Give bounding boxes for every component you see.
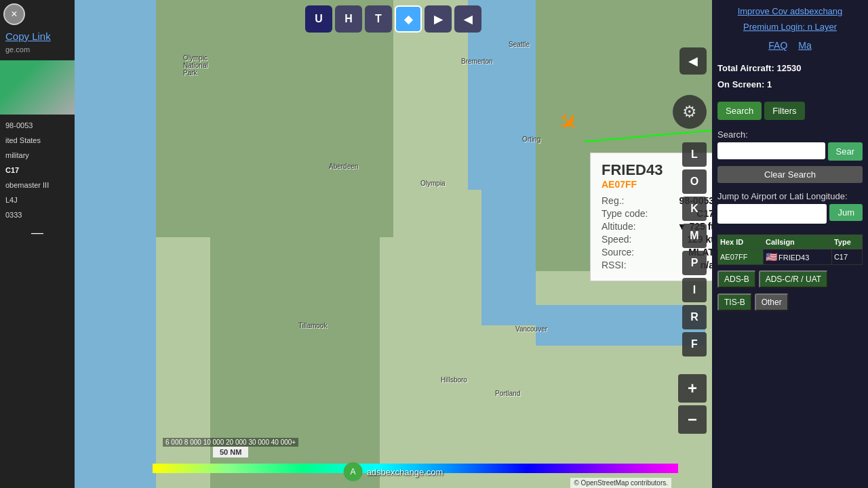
scale-numbers: 6 000 8 000 10 000 20 000 30 000 40 000+: [163, 438, 298, 447]
faq-link[interactable]: FAQ: [768, 40, 787, 51]
search-button[interactable]: Sear: [828, 142, 863, 161]
popup-speed-label: Speed:: [601, 234, 631, 245]
jump-label: Jump to Airport or Lati Longitude:: [717, 191, 863, 203]
left-category: military: [0, 148, 75, 163]
map-btn-h[interactable]: H: [335, 5, 362, 33]
left-reg: 98-0053: [0, 118, 75, 133]
on-screen-label: On Screen:: [717, 79, 764, 89]
olympia-label: Olympia: [420, 180, 446, 187]
search-input[interactable]: [717, 142, 825, 159]
col-callsign[interactable]: Callsign: [764, 235, 832, 249]
side-btn-m[interactable]: M: [682, 224, 707, 248]
scale-30000: 30 000: [248, 439, 269, 446]
map-area[interactable]: Seattle Bremerton Olympia Aberdeen Ortin…: [75, 0, 712, 488]
popup-rssi-label: RSSI:: [601, 260, 627, 270]
right-panel: Improve Cov adsbexchang Premium Login: n…: [712, 0, 868, 488]
col-type[interactable]: Type: [831, 235, 862, 249]
total-aircraft-label: Total Aircraft:: [717, 63, 774, 73]
scale-8000: 8 000: [184, 439, 201, 446]
left-name: obemaster III: [0, 178, 75, 192]
aircraft-thumbnail: [0, 60, 75, 115]
popup-alt-label: Altitude:: [601, 221, 636, 232]
map-gear-button[interactable]: ⚙: [673, 95, 707, 129]
premium-link[interactable]: Premium Login: n Layer: [717, 22, 863, 32]
scale-label: 50 NM: [213, 447, 248, 458]
scale-bar: 6 000 8 000 10 000 20 000 30 000 40 000+…: [163, 438, 298, 458]
side-btn-i[interactable]: I: [682, 278, 707, 302]
zoom-out-button[interactable]: −: [678, 405, 707, 434]
map-btn-u[interactable]: U: [305, 5, 332, 33]
stats-section: Total Aircraft: 12530 On Screen: 1: [717, 60, 863, 92]
popup-reg-label: Reg.:: [601, 195, 624, 206]
map-btn-t[interactable]: T: [365, 5, 392, 33]
total-aircraft-value: 12530: [776, 63, 801, 73]
side-letter-buttons: L O K M P I R F: [682, 142, 707, 357]
olympic-peninsula: [156, 0, 393, 237]
improve-link[interactable]: Improve Cov adsbexchang: [717, 5, 863, 18]
jump-input[interactable]: [717, 204, 827, 224]
map-btn-layers[interactable]: ◆: [395, 5, 422, 33]
map-back-button[interactable]: ◀: [679, 47, 707, 75]
portland-label: Portland: [495, 390, 520, 397]
left-url: ge.com: [0, 45, 75, 57]
scale-10000: 10 000: [203, 439, 224, 446]
cell-hex: AE07FF: [718, 249, 764, 264]
pacific-ocean: [75, 0, 156, 488]
tab-filters[interactable]: Filters: [764, 102, 804, 120]
adsb-logo-icon: A: [344, 462, 363, 481]
side-btn-f[interactable]: F: [682, 332, 707, 357]
flag-icon: 🇺🇸: [766, 251, 777, 262]
osm-credit: © OpenStreetMap contributors.: [570, 478, 671, 488]
side-btn-k[interactable]: K: [682, 197, 707, 221]
scale-6000: 6 000: [165, 439, 182, 446]
scale-20000: 20 000: [226, 439, 247, 446]
tab-row: Search Filters: [717, 102, 863, 120]
close-icon: ×: [11, 8, 17, 20]
map-btn-prev[interactable]: ◀: [454, 5, 481, 33]
source-badges-2: TIS-B Other: [717, 293, 863, 311]
close-button[interactable]: ×: [3, 3, 25, 25]
map-btn-next[interactable]: ▶: [425, 5, 452, 33]
table-row[interactable]: AE07FF 🇺🇸FRIED43 C17: [718, 249, 863, 264]
cell-callsign: 🇺🇸FRIED43: [764, 249, 832, 264]
aircraft-table: Hex ID Callsign Type AE07FF 🇺🇸FRIED43 C1…: [717, 235, 863, 265]
col-hexid[interactable]: Hex ID: [718, 235, 764, 249]
south-sound: [481, 190, 536, 325]
clear-search-button[interactable]: Clear Search: [717, 166, 863, 183]
search-label: Search:: [717, 129, 863, 140]
side-btn-l[interactable]: L: [682, 142, 707, 167]
hillsboro-label: Hillsboro: [441, 376, 467, 384]
left-country: ited States: [0, 133, 75, 148]
side-btn-o[interactable]: O: [682, 169, 707, 194]
map-button-group: U H T ◆ ▶ ◀: [305, 5, 481, 33]
copy-link[interactable]: Copy Link: [0, 27, 75, 45]
map-link[interactable]: Ma: [798, 40, 811, 51]
jump-button[interactable]: Jum: [829, 204, 863, 221]
zoom-controls: + −: [678, 374, 707, 434]
columbia-river: [536, 305, 705, 346]
on-screen-value: 1: [767, 79, 772, 89]
scale-40000: 40 000+: [271, 439, 296, 446]
source-badges: ADS-B ADS-C/R / UAT: [717, 270, 863, 288]
left-airport: L4J: [0, 192, 75, 207]
popup-type-label: Type code:: [601, 208, 648, 219]
right-links: FAQ Ma: [717, 40, 863, 51]
adsb-logo-text: adsbexchange.com: [367, 467, 443, 477]
side-btn-r[interactable]: R: [682, 305, 707, 329]
left-code2: 0333: [0, 207, 75, 222]
tab-search[interactable]: Search: [717, 102, 762, 120]
back-arrow-icon: ◀: [688, 54, 698, 68]
left-panel: × Copy Link ge.com 98-0053 ited States m…: [0, 0, 75, 488]
cell-type: C17: [831, 249, 862, 264]
popup-source-label: Source:: [601, 247, 634, 258]
zoom-in-button[interactable]: +: [678, 374, 707, 403]
badge-adsb[interactable]: ADS-B: [717, 270, 756, 288]
gear-icon: ⚙: [682, 102, 697, 121]
left-dash: —: [0, 222, 75, 243]
badge-tisb[interactable]: TIS-B: [717, 293, 752, 311]
badge-adsc[interactable]: ADS-C/R / UAT: [759, 270, 828, 288]
side-btn-p[interactable]: P: [682, 251, 707, 275]
left-type: C17: [0, 163, 75, 178]
adsb-logo: A adsbexchange.com: [344, 462, 443, 481]
badge-other[interactable]: Other: [755, 293, 789, 311]
